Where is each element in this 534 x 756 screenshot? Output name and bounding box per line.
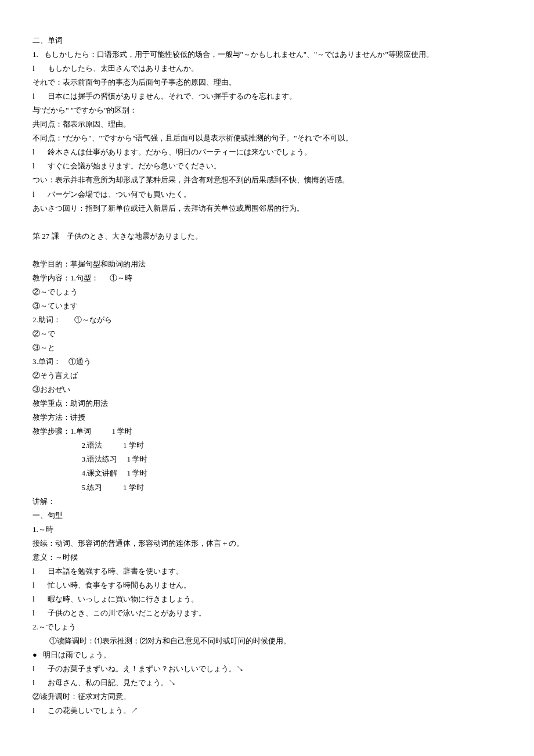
text-line: 不同点："だから"、"ですから"语气强，且后面可以是表示祈使或推测的句子。"それ… xyxy=(33,131,501,145)
text-line: 3.语法练习 1 学时 xyxy=(33,452,501,466)
text-line: l もしかしたら、太田さんではありませんか。 xyxy=(33,62,501,75)
text-line: 二、单词 xyxy=(33,34,501,48)
document-body: 二、单词1. もしかしたら：口语形式，用于可能性较低的场合，一般与"～かもしれま… xyxy=(33,34,501,718)
text-line: 3.单词： ①通う xyxy=(33,355,501,369)
text-line: l お母さん、私の日記、見たでょう。↘ xyxy=(33,676,501,690)
text-line: l 忙しい時、食事をする時間もありません。 xyxy=(33,578,501,592)
text-line: 5.练习 1 学时 xyxy=(33,481,501,495)
blank-line xyxy=(33,243,501,257)
text-line: l この花美しいでしょう。↗ xyxy=(33,704,501,718)
text-line: 第 27 課 子供のとき、大きな地震がありました。 xyxy=(33,229,501,243)
text-line: 教学重点：助词的用法 xyxy=(33,397,501,411)
text-line: 讲解： xyxy=(33,495,501,509)
text-line: l 子のお菓子まずいね。え！まずい？おいしいでしょう。↘ xyxy=(33,662,501,676)
text-line: l すぐに会議が始まります。だから急いでください。 xyxy=(33,159,501,173)
text-line: 教学步骤：1.单词 1 学时 xyxy=(33,424,501,438)
text-line: l 子供のとき、この川で泳いだことがあります。 xyxy=(33,606,501,620)
text-line: 教学内容：1.句型： ①～時 xyxy=(33,271,501,285)
text-line: 1.～時 xyxy=(33,523,501,537)
text-line: l 日本語を勉強する時、辞書を使います。 xyxy=(33,564,501,578)
text-line: ②そう言えば xyxy=(33,369,501,383)
text-line: 与"だから" "ですから"的区别： xyxy=(33,103,501,117)
text-line: 意义：～时候 xyxy=(33,550,501,564)
text-line: 2.语法 1 学时 xyxy=(33,438,501,452)
text-line: 共同点：都表示原因、理由。 xyxy=(33,117,501,131)
text-line: つい：表示并非有意所为却形成了某种后果，并含有对意想不到的后果感到不快、懊悔的语… xyxy=(33,173,501,187)
text-line: ②～でしょう xyxy=(33,285,501,299)
text-line: あいさつ回り：指到了新单位或迁入新居后，去拜访有关单位或周围邻居的行为。 xyxy=(33,201,501,215)
text-line: 教学方法：讲授 xyxy=(33,411,501,424)
text-line: 2.～でしょう xyxy=(33,620,501,634)
text-line: l バーゲン会場では、つい何でも買いたく。 xyxy=(33,188,501,201)
text-line: 2.助词： ①～ながら xyxy=(33,313,501,327)
text-line: ③～と xyxy=(33,341,501,355)
text-line: 教学目的：掌握句型和助词的用法 xyxy=(33,257,501,271)
text-line: ②～で xyxy=(33,327,501,341)
text-line: ①读降调时：⑴表示推测；⑵对方和自己意见不同时或叮问的时候使用。 xyxy=(33,634,501,648)
text-line: ②读升调时：征求对方同意。 xyxy=(33,690,501,704)
text-line: ③おおぜい xyxy=(33,383,501,397)
text-line: 1. もしかしたら：口语形式，用于可能性较低的场合，一般与"～かもしれません"、… xyxy=(33,48,501,62)
text-line: ③～ています xyxy=(33,299,501,313)
text-line: 一、句型 xyxy=(33,509,501,523)
text-line: l 鈴木さんは仕事があります。だから、明日のパーティーには来ないでしょう。 xyxy=(33,145,501,159)
text-line: 4.课文讲解 1 学时 xyxy=(33,466,501,480)
text-line: それで：表示前面句子的事态为后面句子事态的原因、理由。 xyxy=(33,75,501,89)
text-line: l 日本には握手の習慣がありません。それで、つい握手するのを忘れます。 xyxy=(33,89,501,103)
blank-line xyxy=(33,215,501,229)
text-line: 接续：动词、形容词的普通体，形容动词的连体形，体言＋の。 xyxy=(33,537,501,550)
text-line: l 暇な時、いっしょに買い物に行きましょう。 xyxy=(33,592,501,606)
text-line: ● 明日は雨でしょう。 xyxy=(33,648,501,662)
